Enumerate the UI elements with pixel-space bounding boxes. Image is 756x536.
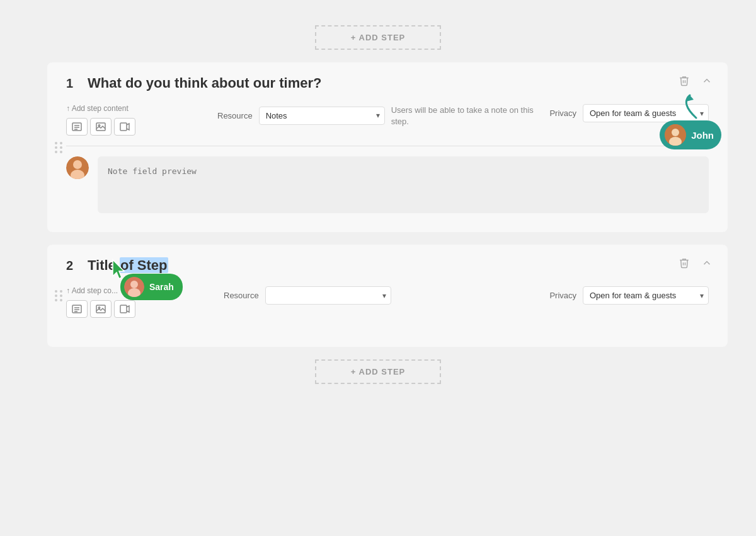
john-cursor-arrow	[677, 94, 702, 119]
step-2-video-icon[interactable]	[114, 300, 135, 318]
step-2-card: 2 Title of Step Sarah	[47, 245, 728, 347]
step-1-header: 1 What do you think about our timer?	[66, 75, 709, 91]
svg-rect-6	[120, 123, 127, 131]
step-2-privacy-label: Privacy	[549, 291, 576, 300]
svg-point-16	[130, 281, 138, 288]
step-1-controls: ↑ Add step content	[66, 104, 709, 136]
step-1-resource-select[interactable]: Notes File Upload Checklist	[259, 107, 385, 125]
sarah-avatar-tooltip	[124, 277, 144, 297]
step-2-number: 2	[66, 259, 79, 273]
sarah-tooltip: Sarah	[120, 274, 183, 300]
step-2-actions	[676, 255, 715, 271]
page-container: + ADD STEP 1	[0, 0, 756, 409]
step-1-notes-description: Users will be able to take a note on thi…	[391, 105, 534, 126]
step-1-delete-button[interactable]	[676, 73, 692, 89]
step-1-resource-select-wrapper: Notes File Upload Checklist	[259, 107, 385, 125]
step-1-content-icons	[66, 118, 217, 136]
step-1-video-icon[interactable]	[114, 118, 135, 136]
drag-dots-2	[55, 290, 63, 301]
step-1-resource-label: Resource	[217, 111, 253, 120]
john-avatar	[665, 124, 686, 146]
step-1-drag-handle[interactable]	[55, 142, 63, 153]
step-1-collapse-button[interactable]	[699, 73, 715, 89]
step-1-text-icon[interactable]	[66, 118, 88, 136]
step-1-privacy-label: Privacy	[549, 108, 576, 118]
step-2-collapse-button[interactable]	[699, 255, 715, 271]
svg-point-12	[73, 160, 82, 169]
step-2-text-icon[interactable]	[66, 300, 88, 318]
step-1-user-avatar	[66, 156, 89, 179]
step-2-resource-select-wrapper: Notes File Upload Checklist	[265, 286, 391, 305]
step-1-note-preview	[66, 156, 709, 213]
svg-point-5	[98, 125, 100, 126]
step-2-privacy-select-wrapper: Open for team & guests Team only Private	[583, 286, 709, 305]
step-2-resource-section: Resource Notes File Upload Checklist	[224, 286, 549, 305]
john-tooltip: John	[660, 120, 721, 149]
svg-point-9	[672, 129, 679, 136]
svg-marker-14	[113, 260, 124, 279]
step-2-resource-label: Resource	[224, 291, 259, 300]
step-1-resource-section: Resource Notes File Upload Checklist Use…	[217, 104, 549, 127]
step-2-image-icon[interactable]	[90, 300, 112, 318]
add-step-top-button[interactable]: + ADD STEP	[315, 25, 441, 50]
step-2-delete-button[interactable]	[676, 255, 692, 271]
step-1-note-field[interactable]	[98, 156, 709, 213]
step-2-content-icons	[66, 300, 217, 318]
john-name: John	[691, 130, 714, 141]
step-2-privacy-section: Privacy Open for team & guests Team only…	[549, 286, 709, 305]
sarah-name: Sarah	[149, 282, 174, 292]
step-1-image-icon[interactable]	[90, 118, 112, 136]
step-1-privacy-section: Privacy Open for team & guests Team only…	[549, 104, 709, 122]
drag-dots	[55, 142, 63, 153]
step-2-privacy-select[interactable]: Open for team & guests Team only Private	[583, 286, 709, 305]
svg-rect-24	[120, 305, 127, 313]
step-1-number: 1	[66, 76, 79, 91]
step-1-add-content-label: ↑ Add step content	[66, 104, 217, 113]
step-1-title[interactable]: What do you think about our timer?	[88, 75, 709, 91]
step-1-actions	[676, 73, 715, 89]
step-2-header: 2 Title of Step	[66, 257, 709, 274]
svg-point-23	[98, 307, 100, 308]
step-2-drag-handle[interactable]	[55, 290, 63, 301]
step-1-divider	[66, 146, 709, 146]
step-2-resource-select[interactable]: Notes File Upload Checklist	[265, 286, 391, 305]
step-1-card: 1 What do you think about our timer? ↑ A…	[47, 62, 728, 232]
add-step-bottom-button[interactable]: + ADD STEP	[315, 359, 441, 384]
step-1-content-section: ↑ Add step content	[66, 104, 217, 136]
